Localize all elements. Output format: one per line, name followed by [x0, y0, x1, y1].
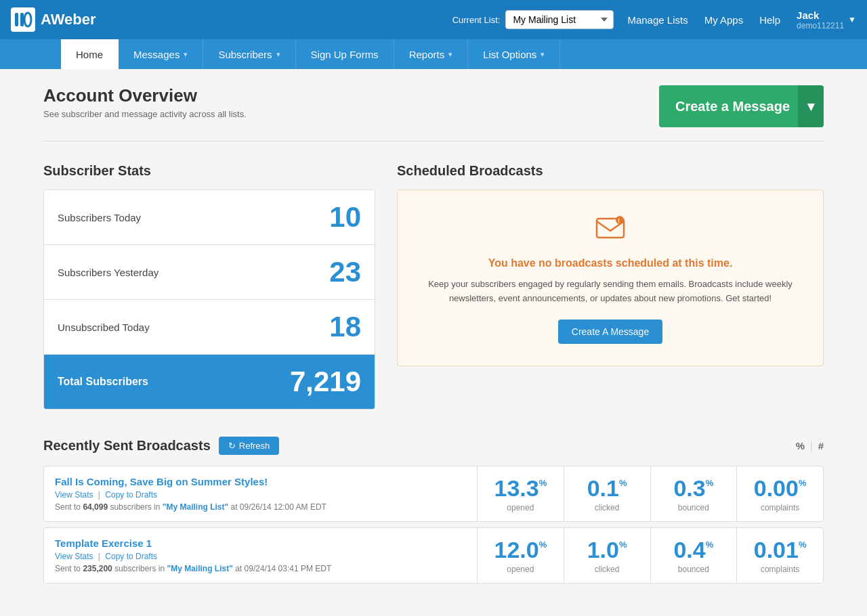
view-stats-link-1[interactable]: View Stats: [55, 490, 93, 500]
help-link[interactable]: Help: [759, 14, 780, 26]
opened-pct-1: %: [539, 478, 547, 488]
complaints-number-1: 0.00%: [754, 475, 807, 502]
scheduled-broadcasts-section: Scheduled Broadcasts ! You have no broad…: [397, 163, 824, 410]
recently-sent-section: Recently Sent Broadcasts ↻ Refresh % | #…: [43, 437, 824, 584]
create-message-small-button[interactable]: Create A Message: [558, 320, 662, 344]
clicked-number-1: 0.1%: [587, 475, 627, 502]
clicked-pct-2: %: [619, 540, 627, 550]
nav-signup-label: Sign Up Forms: [311, 49, 379, 60]
nav-subscribers-label: Subscribers: [218, 49, 272, 60]
user-dropdown-icon: ▼: [848, 15, 856, 24]
bounced-label-2: bounced: [678, 565, 709, 574]
copy-drafts-link-1[interactable]: Copy to Drafts: [105, 490, 157, 500]
complaints-pct-1: %: [799, 478, 807, 488]
broadcast-stat-opened-2: 12.0% opened: [478, 528, 564, 583]
nav-item-subscribers[interactable]: Subscribers ▾: [203, 39, 295, 69]
toggle-divider: |: [810, 441, 813, 452]
messages-caret-icon: ▾: [184, 50, 188, 59]
broadcast-stat-clicked-1: 0.1% clicked: [564, 466, 651, 521]
svg-text:!: !: [618, 217, 620, 224]
svg-point-4: [616, 216, 624, 224]
page-content: Account Overview See subscriber and mess…: [27, 69, 840, 605]
recently-sent-header: Recently Sent Broadcasts ↻ Refresh % | #: [43, 437, 824, 455]
copy-drafts-link-2[interactable]: Copy to Drafts: [105, 552, 157, 561]
manage-lists-link[interactable]: Manage Lists: [627, 14, 688, 26]
broadcast-stat-complaints-2: 0.01% complaints: [737, 528, 823, 583]
list-name-2: "My Mailing List": [167, 564, 232, 573]
nav-messages-label: Messages: [133, 49, 179, 60]
broadcast-stat-bounced-1: 0.3% bounced: [651, 466, 738, 521]
main-navigation: Home Messages ▾ Subscribers ▾ Sign Up Fo…: [0, 39, 867, 69]
complaints-pct-2: %: [799, 540, 807, 550]
link-divider-2: |: [98, 552, 100, 561]
bounced-pct-1: %: [706, 478, 714, 488]
broadcast-name-1: Fall Is Coming, Save Big on Summer Style…: [55, 476, 466, 487]
nav-item-signup-forms[interactable]: Sign Up Forms: [296, 39, 394, 69]
two-column-section: Subscriber Stats Subscribers Today 10 Su…: [43, 163, 824, 410]
nav-home-label: Home: [76, 49, 103, 60]
svg-rect-1: [20, 13, 24, 26]
broadcast-stat-clicked-2: 1.0% clicked: [564, 528, 651, 583]
nav-spacer: [0, 39, 61, 69]
create-message-button[interactable]: Create a Message ▾: [659, 85, 824, 127]
stats-yesterday-label: Subscribers Yesterday: [58, 267, 329, 278]
user-area[interactable]: Jack demo112211 ▼: [797, 9, 856, 30]
subscribers-caret-icon: ▾: [276, 50, 280, 59]
broadcast-stat-complaints-1: 0.00% complaints: [737, 466, 823, 521]
broadcast-envelope-icon: !: [414, 212, 807, 250]
stats-unsubscribed-value: 18: [329, 311, 361, 343]
stats-row-today: Subscribers Today 10: [44, 190, 375, 245]
broadcasts-warning-text: You have no broadcasts scheduled at this…: [414, 257, 807, 269]
opened-label-2: opened: [507, 565, 534, 574]
stats-today-value: 10: [329, 201, 361, 234]
nav-reports-label: Reports: [409, 49, 445, 60]
clicked-label-1: clicked: [595, 503, 620, 512]
stats-row-yesterday: Subscribers Yesterday 23: [44, 245, 375, 300]
broadcast-links-1: View Stats | Copy to Drafts: [55, 490, 466, 500]
complaints-number-2: 0.01%: [754, 537, 807, 563]
sent-at-2: 09/24/14 03:41 PM EDT: [245, 564, 332, 573]
user-name: Jack: [797, 9, 844, 21]
nav-item-messages[interactable]: Messages ▾: [119, 39, 203, 69]
clicked-label-2: clicked: [595, 565, 620, 574]
list-options-caret-icon: ▾: [541, 50, 545, 59]
view-toggle: % | #: [796, 440, 824, 452]
view-stats-link-2[interactable]: View Stats: [55, 552, 93, 561]
nav-item-reports[interactable]: Reports ▾: [394, 39, 469, 69]
top-nav-links: Manage Lists My Apps Help: [627, 14, 780, 26]
bounced-number-2: 0.4%: [673, 537, 713, 563]
link-divider-1: |: [98, 490, 100, 500]
broadcast-links-2: View Stats | Copy to Drafts: [55, 552, 466, 561]
toggle-percent-button[interactable]: %: [796, 440, 805, 452]
stats-row-unsubscribed: Unsubscribed Today 18: [44, 300, 375, 355]
svg-point-2: [24, 13, 31, 26]
nav-item-list-options[interactable]: List Options ▾: [468, 39, 560, 69]
stats-row-total: Total Subscribers 7,219: [44, 355, 375, 409]
opened-number-2: 12.0%: [494, 537, 547, 563]
list-name-1: "My Mailing List": [163, 502, 228, 512]
nav-item-home[interactable]: Home: [61, 39, 119, 69]
overview-text: Account Overview See subscriber and mess…: [43, 85, 247, 119]
stats-today-label: Subscribers Today: [58, 212, 329, 223]
create-message-label: Create a Message: [675, 99, 790, 114]
opened-pct-2: %: [539, 540, 547, 550]
sent-at-1: 09/26/14 12:00 AM EDT: [240, 502, 326, 512]
opened-label-1: opened: [507, 503, 534, 512]
reports-caret-icon: ▾: [448, 50, 452, 59]
current-list-select[interactable]: My Mailing List: [505, 10, 614, 29]
bounced-label-1: bounced: [678, 503, 709, 512]
clicked-pct-1: %: [619, 478, 627, 488]
logo-area: AWeber: [11, 7, 96, 32]
my-apps-link[interactable]: My Apps: [704, 14, 744, 26]
refresh-button[interactable]: ↻ Refresh: [219, 437, 280, 455]
logo-text: AWeber: [41, 11, 96, 28]
broadcast-meta-2: Sent to 235,200 subscribers in "My Maili…: [55, 564, 466, 573]
toggle-hash-button[interactable]: #: [818, 440, 824, 452]
clicked-number-2: 1.0%: [587, 537, 627, 563]
broadcast-info-2: Template Exercise 1 View Stats | Copy to…: [44, 528, 478, 583]
overview-title: Account Overview: [43, 85, 247, 106]
broadcasts-empty-box: ! You have no broadcasts scheduled at th…: [397, 190, 824, 366]
current-list-label: Current List:: [452, 15, 501, 25]
complaints-label-2: complaints: [761, 565, 799, 574]
stats-table: Subscribers Today 10 Subscribers Yesterd…: [43, 190, 375, 410]
